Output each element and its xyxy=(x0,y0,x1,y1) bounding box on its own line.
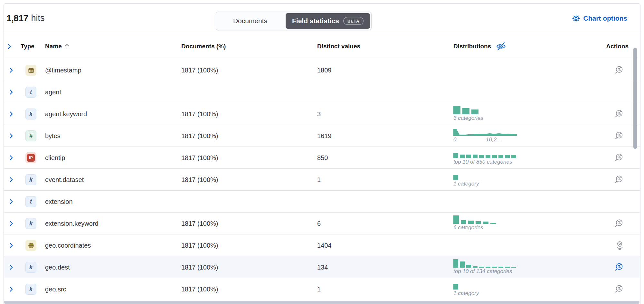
documents-percent-value: 1817 (100%) xyxy=(181,125,218,147)
field-type-token: k xyxy=(25,262,36,273)
expand-row-button[interactable] xyxy=(6,59,17,81)
column-header-name[interactable]: Name xyxy=(45,33,70,59)
explore-in-lens-icon[interactable] xyxy=(614,109,625,119)
field-type-token: # xyxy=(25,130,36,141)
view-toggle-group: Documents Field statistics BETA xyxy=(216,12,372,30)
expand-row-button[interactable] xyxy=(6,147,17,169)
field-name: geo.dest xyxy=(45,256,70,278)
distribution-axis-labels: 010,2... xyxy=(453,136,523,143)
distribution-chart: top 10 of 850 categories xyxy=(453,149,523,165)
topbar: 1,817 hits Documents Field statistics BE… xyxy=(4,3,640,33)
globe-icon xyxy=(25,240,36,251)
column-header-actions: Actions xyxy=(606,33,629,59)
table-row: k agent.keyword 1817 (100%) 3 3 categori… xyxy=(4,103,640,125)
explore-in-lens-icon[interactable] xyxy=(614,262,625,273)
expand-row-button[interactable] xyxy=(6,81,17,103)
expand-row-button[interactable] xyxy=(6,169,17,191)
chevron-right-icon xyxy=(6,43,13,50)
column-header-name-label: Name xyxy=(45,43,62,50)
distribution-chart: 010,2... xyxy=(453,127,523,143)
chevron-right-icon xyxy=(8,264,15,271)
field-statistics-toggle-button[interactable]: Field statistics BETA xyxy=(286,13,370,29)
field-type-token: k xyxy=(25,109,36,119)
column-header-distributions-label: Distributions xyxy=(453,43,491,50)
field-name: bytes xyxy=(45,125,61,147)
table-row: k extension.keyword 1817 (100%) 6 6 cate… xyxy=(4,213,640,234)
distribution-bars xyxy=(453,149,523,158)
field-name: extension.keyword xyxy=(45,213,99,234)
chevron-right-icon xyxy=(8,286,15,293)
documents-toggle-button[interactable]: Documents xyxy=(216,12,284,30)
distribution-chart: 6 categories xyxy=(453,215,523,231)
field-name: geo.src xyxy=(45,278,66,300)
distribution-bars xyxy=(453,105,523,114)
eye-closed-icon xyxy=(496,41,507,52)
explore-in-lens-icon[interactable] xyxy=(614,65,625,76)
table-row: k event.dataset 1817 (100%) 1 1 category xyxy=(4,169,640,191)
column-header-distributions: Distributions xyxy=(453,33,507,59)
expand-row-button[interactable] xyxy=(6,256,17,278)
explore-in-lens-icon[interactable] xyxy=(614,218,625,229)
beta-badge: BETA xyxy=(343,17,364,25)
field-name: geo.coordinates xyxy=(45,234,91,256)
sort-ascending-arrow-icon xyxy=(64,43,70,50)
documents-percent-value: 1817 (100%) xyxy=(181,59,218,81)
column-header-documents: Documents (%) xyxy=(181,33,226,59)
explore-in-lens-icon[interactable] xyxy=(614,284,625,295)
documents-percent-value: 1817 (100%) xyxy=(181,169,218,191)
expand-row-button[interactable] xyxy=(6,213,17,234)
table-row: k geo.dest 1817 (100%) 134 top 10 of 134… xyxy=(4,256,640,278)
table-row: geo.coordinates 1817 (100%) 1404 xyxy=(4,234,640,256)
expand-all-button[interactable] xyxy=(6,43,13,50)
chevron-right-icon xyxy=(8,242,15,249)
distribution-label: 1 category xyxy=(453,181,523,187)
distinct-values-count: 1809 xyxy=(317,59,332,81)
chevron-right-icon xyxy=(8,176,15,183)
field-type-token: k xyxy=(25,174,36,185)
documents-percent-value: 1817 (100%) xyxy=(181,147,218,169)
chart-options-label: Chart options xyxy=(583,14,628,22)
hits-count: 1,817 xyxy=(6,13,28,24)
hits-label: hits xyxy=(31,13,45,23)
expand-row-button[interactable] xyxy=(6,191,17,213)
distinct-values-count: 3 xyxy=(317,103,321,125)
chart-options-button[interactable]: Chart options xyxy=(572,3,628,33)
field-name: @timestamp xyxy=(45,59,81,81)
explore-in-maps-icon[interactable] xyxy=(614,240,625,251)
vertical-scrollbar[interactable] xyxy=(633,48,637,149)
documents-percent-value: 1817 (100%) xyxy=(181,256,218,278)
field-type-token: k xyxy=(25,218,36,229)
chevron-right-icon xyxy=(8,154,15,161)
field-name: clientip xyxy=(45,147,65,169)
expand-row-button[interactable] xyxy=(6,103,17,125)
field-name: agent xyxy=(45,81,61,103)
explore-in-lens-icon[interactable] xyxy=(614,152,625,163)
explore-in-lens-icon[interactable] xyxy=(614,174,625,185)
expand-row-button[interactable] xyxy=(6,125,17,147)
distribution-chart: 3 categories xyxy=(453,105,523,121)
hide-distributions-button[interactable] xyxy=(496,41,507,52)
distinct-values-count: 850 xyxy=(317,147,328,169)
field-type-token: t xyxy=(25,87,36,98)
distinct-values-count: 1404 xyxy=(317,234,332,256)
distinct-values-count: 1 xyxy=(317,169,321,191)
explore-in-lens-icon[interactable] xyxy=(614,130,625,141)
distribution-bars xyxy=(453,215,523,224)
field-name: event.dataset xyxy=(45,169,84,191)
distinct-values-count: 6 xyxy=(317,213,321,234)
distinct-values-count: 1619 xyxy=(317,125,332,147)
documents-percent-value: 1817 (100%) xyxy=(181,213,218,234)
chevron-right-icon xyxy=(8,67,15,74)
expand-row-button[interactable] xyxy=(6,278,17,300)
expand-row-button[interactable] xyxy=(6,234,17,256)
chevron-right-icon xyxy=(8,132,15,139)
chevron-right-icon xyxy=(8,220,15,227)
documents-percent-value: 1817 (100%) xyxy=(181,234,218,256)
chevron-right-icon xyxy=(8,198,15,205)
table-row: k geo.src 1817 (100%) 1 1 category xyxy=(4,278,640,300)
column-header-type: Type xyxy=(21,33,34,59)
horizontal-scrollbar[interactable] xyxy=(4,301,639,304)
field-name: agent.keyword xyxy=(45,103,87,125)
distribution-bars xyxy=(453,259,523,268)
axis-label-min: 0 xyxy=(453,137,456,143)
